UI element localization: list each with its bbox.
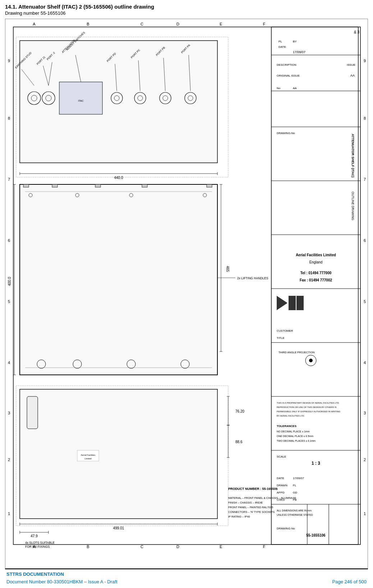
svg-rect-72	[52, 184, 57, 187]
svg-text:& 3: & 3	[354, 30, 359, 34]
svg-text:Tel : 01494 777000: Tel : 01494 777000	[300, 271, 332, 275]
svg-text:B: B	[87, 22, 89, 26]
svg-text:88.6: 88.6	[235, 440, 243, 444]
svg-text:8: 8	[8, 116, 10, 120]
svg-rect-74	[142, 184, 147, 187]
svg-rect-73	[95, 184, 101, 187]
page-title: 14.1. Attenuator Shelf (ITAC) 2 (55-1655…	[5, 4, 368, 10]
svg-text:REPRODUCTION OR USE OF THIS DE: REPRODUCTION OR USE OF THIS DESIGN BY OT…	[277, 406, 337, 408]
svg-text:7: 7	[364, 177, 366, 182]
svg-text:3: 3	[364, 411, 366, 415]
svg-text:47.9: 47.9	[31, 534, 38, 538]
svg-text:E: E	[220, 545, 222, 549]
svg-text:2x LIFTING HANDLES: 2x LIFTING HANDLES	[237, 276, 268, 280]
svg-rect-71	[23, 184, 29, 187]
svg-text:400.0: 400.0	[8, 277, 11, 286]
svg-text:AA: AA	[293, 87, 297, 90]
svg-text:ITAC: ITAC	[78, 100, 83, 102]
svg-text:Limited: Limited	[84, 458, 91, 460]
svg-marker-155	[277, 296, 287, 310]
svg-text:1: 1	[364, 511, 366, 516]
svg-text:Aerial Facilities: Aerial Facilities	[81, 454, 95, 456]
svg-text:C: C	[141, 545, 143, 549]
svg-rect-95	[20, 389, 217, 519]
svg-rect-75	[207, 184, 212, 187]
svg-text:UNLESS OTHERWISE STATED: UNLESS OTHERWISE STATED	[277, 514, 313, 516]
svg-text:THIRD ANGLE PROJECTION: THIRD ANGLE PROJECTION	[278, 351, 314, 354]
svg-text:465: 465	[226, 266, 230, 272]
svg-text:2: 2	[364, 458, 366, 462]
svg-rect-37	[59, 82, 102, 114]
svg-text:DRAWN: DRAWN	[277, 484, 287, 487]
svg-rect-124	[271, 27, 360, 545]
svg-text:17/09/07: 17/09/07	[293, 50, 305, 54]
footer-area: STTRS DOCUMENTATION Document Number 80-3…	[5, 569, 368, 584]
footer-sttrs-label: STTRS DOCUMENTATION	[5, 571, 368, 577]
footer-doc-number: Document Number 80-330501HBKM – Issue A …	[6, 579, 118, 584]
footer-doc-row: Document Number 80-330501HBKM – Issue A …	[5, 578, 368, 584]
svg-text:5: 5	[364, 299, 366, 304]
svg-text:PB: PB	[293, 498, 297, 501]
svg-rect-96	[27, 396, 38, 429]
svg-text:SCALE: SCALE	[277, 455, 286, 458]
svg-text:499.01: 499.01	[113, 526, 124, 530]
svg-text:C: C	[141, 22, 143, 26]
svg-text:PERMISSIBLE ONLY IF EXPRESSLY : PERMISSIBLE ONLY IF EXPRESSLY AUTHORISED…	[277, 410, 341, 413]
svg-text:CONNECTORS – 'N' TYPE SOCKETS: CONNECTORS – 'N' TYPE SOCKETS	[228, 510, 275, 514]
svg-text:TITLE: TITLE	[277, 336, 285, 340]
svg-text:FL: FL	[293, 484, 296, 487]
svg-text:DATE: DATE	[278, 45, 286, 49]
svg-rect-156	[289, 296, 296, 310]
svg-text:Aerial Facilities Limited: Aerial Facilities Limited	[296, 253, 336, 257]
svg-text:4: 4	[364, 360, 366, 365]
svg-text:1 : 3: 1 : 3	[312, 461, 320, 466]
svg-text:8: 8	[364, 116, 366, 120]
svg-rect-157	[296, 296, 304, 310]
svg-text:440.0: 440.0	[114, 176, 123, 180]
svg-text:AA: AA	[350, 74, 355, 77]
svg-text:FRONT PANEL – PAINTED RAL7035: FRONT PANEL – PAINTED RAL7035	[228, 506, 273, 509]
svg-text:F: F	[263, 22, 266, 26]
svg-text:TOLERANCES: TOLERANCES	[277, 424, 297, 428]
svg-text:76.20: 76.20	[235, 409, 244, 413]
drawing-svg: A B C D E F A B C D E F 9 8 7 6 5 4	[5, 19, 368, 568]
svg-text:TWO DECIMAL PLACES ± 0.1mm: TWO DECIMAL PLACES ± 0.1mm	[277, 440, 316, 442]
svg-text:5: 5	[8, 299, 10, 304]
svg-text:GD: GD	[293, 491, 297, 494]
svg-point-160	[309, 359, 313, 362]
svg-text:IP RATING – IP40: IP RATING – IP40	[228, 515, 250, 518]
svg-text:NO DECIMAL PLACE ± 1mm: NO DECIMAL PLACE ± 1mm	[277, 430, 310, 433]
svg-text:FINISH – CHASSIS – IRIDIE: FINISH – CHASSIS – IRIDIE	[228, 501, 263, 504]
svg-text:CHKD: CHKD	[277, 498, 285, 501]
svg-text:DRAWING.No: DRAWING.No	[277, 132, 295, 135]
svg-text:A: A	[33, 22, 36, 26]
svg-text:3: 3	[8, 411, 10, 415]
footer-page-info: Page 246 of 500	[332, 579, 367, 584]
svg-text:DATE: DATE	[277, 477, 284, 480]
svg-text:ONE DECIMAL PLACE ± 0.5mm: ONE DECIMAL PLACE ± 0.5mm	[277, 435, 313, 437]
svg-text:DRAWING No: DRAWING No	[277, 527, 295, 530]
svg-text:D: D	[176, 545, 179, 549]
svg-text:No: No	[277, 87, 281, 90]
svg-text:4x SLOTS SUITABLE: 4x SLOTS SUITABLE	[25, 541, 55, 545]
svg-text:PRODUCT NUMBER : 55-165506: PRODUCT NUMBER : 55-165506	[228, 487, 278, 491]
svg-text:2: 2	[8, 458, 10, 462]
svg-text:ATTENUATOR SHELF (ITAC): ATTENUATOR SHELF (ITAC)	[351, 134, 355, 177]
svg-text:6: 6	[364, 238, 366, 243]
svg-text:APPD: APPD	[277, 491, 285, 494]
svg-text:CUSTOMER: CUSTOMER	[277, 329, 293, 332]
svg-text:9: 9	[364, 59, 366, 63]
svg-text:ALL DIMENSIONS ARE IN mm: ALL DIMENSIONS ARE IN mm	[277, 509, 312, 512]
svg-text:F: F	[263, 545, 266, 549]
svg-text:4: 4	[8, 360, 10, 365]
svg-text:BY: BY	[293, 40, 297, 43]
svg-text:MATERIAL – FRONT PANEL & CHASS: MATERIAL – FRONT PANEL & CHASSIS – ALUMI…	[228, 496, 296, 500]
svg-text:ISSUE: ISSUE	[347, 63, 355, 66]
svg-text:1: 1	[8, 511, 10, 516]
drawing-area: A B C D E F A B C D E F 9 8 7 6 5 4	[5, 19, 368, 569]
svg-text:THIS IS A PROPRIETARY DESIGN O: THIS IS A PROPRIETARY DESIGN OF AERIAL F…	[277, 402, 340, 404]
svg-text:OUTLINE DRAWING: OUTLINE DRAWING	[351, 192, 355, 220]
svg-text:D: D	[176, 22, 179, 26]
svg-text:7: 7	[8, 177, 10, 182]
svg-text:55-1655106: 55-1655106	[306, 533, 326, 537]
